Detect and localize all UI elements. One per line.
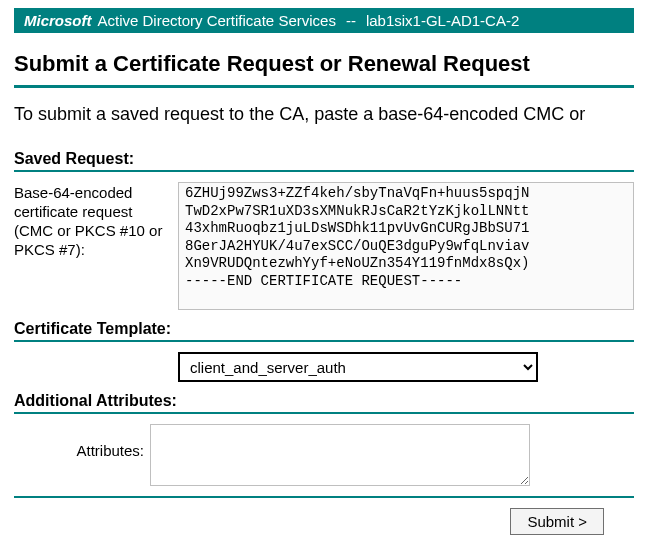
saved-request-rule	[14, 170, 634, 172]
attributes-textarea[interactable]	[150, 424, 530, 486]
attributes-left-label: Attributes:	[14, 424, 144, 459]
certificate-template-label: Certificate Template:	[14, 320, 634, 338]
attributes-row: Attributes:	[14, 424, 634, 486]
additional-attributes-rule	[14, 412, 634, 414]
saved-request-left-label: Base-64-encoded certificate request (CMC…	[14, 182, 174, 314]
bottom-rule	[14, 496, 634, 498]
submit-button[interactable]: Submit >	[510, 508, 604, 535]
banner-service: Active Directory Certificate Services	[98, 12, 336, 29]
saved-request-row: Base-64-encoded certificate request (CMC…	[14, 182, 634, 314]
additional-attributes-label: Additional Attributes:	[14, 392, 634, 410]
title-rule	[14, 85, 634, 88]
banner: Microsoft Active Directory Certificate S…	[14, 8, 634, 33]
intro-text: To submit a saved request to the CA, pas…	[14, 102, 634, 126]
certificate-request-textarea[interactable]	[178, 182, 634, 310]
saved-request-label: Saved Request:	[14, 150, 634, 168]
submit-row: Submit >	[14, 508, 634, 535]
banner-separator: --	[346, 12, 356, 29]
page-title: Submit a Certificate Request or Renewal …	[14, 51, 634, 81]
banner-product: Microsoft	[24, 12, 92, 29]
certificate-template-select[interactable]: client_and_server_auth	[178, 352, 538, 382]
banner-ca-name: lab1six1-GL-AD1-CA-2	[366, 12, 519, 29]
certificate-template-rule	[14, 340, 634, 342]
certificate-template-row: client_and_server_auth	[14, 352, 634, 382]
